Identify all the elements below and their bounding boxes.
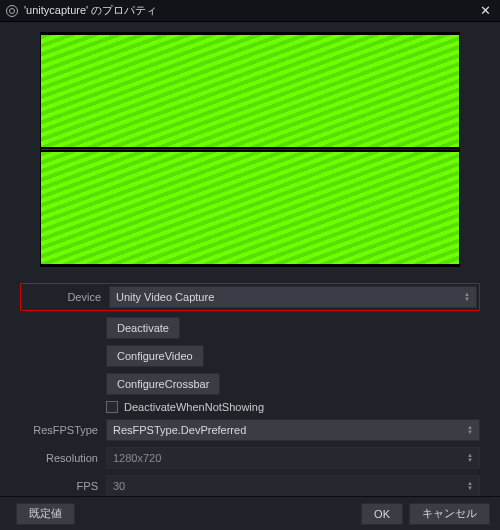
device-select[interactable]: Unity Video Capture ▲▼ [109,286,477,308]
deactivate-button[interactable]: Deactivate [106,317,180,339]
chevron-updown-icon: ▲▼ [467,453,473,463]
preview-area [0,22,500,279]
configure-crossbar-button[interactable]: ConfigureCrossbar [106,373,220,395]
fps-value: 30 [113,480,125,492]
chevron-updown-icon: ▲▼ [467,425,473,435]
deactivate-when-not-showing-label: DeactivateWhenNotShowing [124,401,264,413]
capture-preview [40,32,460,267]
device-row-highlight: Device Unity Video Capture ▲▼ [20,283,480,311]
properties-form: Device Unity Video Capture ▲▼ Deactivate… [0,279,500,525]
defaults-button[interactable]: 既定値 [16,503,75,525]
fps-label: FPS [20,480,106,492]
window-title: 'unitycapture' のプロパティ [24,3,476,18]
chevron-updown-icon: ▲▼ [467,481,473,491]
close-icon[interactable]: ✕ [476,3,494,18]
configure-video-button[interactable]: ConfigureVideo [106,345,204,367]
device-value: Unity Video Capture [116,291,214,303]
resfpstype-value: ResFPSType.DevPreferred [113,424,246,436]
resolution-label: Resolution [20,452,106,464]
ok-button[interactable]: OK [361,503,403,525]
fps-select[interactable]: 30 ▲▼ [106,475,480,497]
obs-icon [6,5,18,17]
dialog-footer: 既定値 OK キャンセル [0,496,500,530]
chevron-updown-icon: ▲▼ [464,292,470,302]
resolution-value: 1280x720 [113,452,161,464]
resolution-select[interactable]: 1280x720 ▲▼ [106,447,480,469]
resfpstype-select[interactable]: ResFPSType.DevPreferred ▲▼ [106,419,480,441]
titlebar: 'unitycapture' のプロパティ ✕ [0,0,500,22]
cancel-button[interactable]: キャンセル [409,503,490,525]
deactivate-when-not-showing-checkbox[interactable] [106,401,118,413]
device-label: Device [23,291,109,303]
resfpstype-label: ResFPSType [20,424,106,436]
